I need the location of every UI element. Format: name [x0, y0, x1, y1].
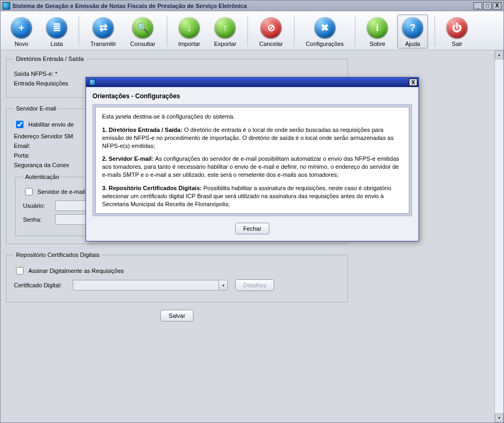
- list-icon: ≣: [46, 17, 67, 38]
- email-legend: Servidor E-mail: [14, 105, 58, 112]
- dialog-icon: [89, 79, 96, 85]
- settings-icon: ✖: [314, 17, 336, 38]
- dialog-heading: Orientações - Configurações: [86, 87, 418, 104]
- toolbar-separator: [294, 17, 294, 46]
- exportar-label: Exportar: [214, 41, 237, 47]
- dialog-section-3: 3. Repositório Certificados Digitais: Po…: [102, 184, 402, 208]
- sobre-label: Sobre: [369, 41, 385, 47]
- novo-button[interactable]: + Novo: [6, 14, 37, 49]
- configuracoes-button[interactable]: ✖ Configurações: [301, 14, 348, 49]
- dialog-intro: Esta janela destina-se à configurações d…: [102, 113, 402, 121]
- dialog-body-frame: Esta janela destina-se à configurações d…: [92, 104, 412, 216]
- endereco-label: Endereço Servidor SM: [14, 133, 94, 139]
- dialog-titlebar: X: [86, 77, 418, 87]
- app-icon: [3, 2, 10, 10]
- dialog-body: Esta janela destina-se à configurações d…: [95, 107, 409, 214]
- scroll-up-button[interactable]: ▴: [495, 50, 503, 59]
- vertical-scrollbar[interactable]: ▴ ▾: [494, 50, 503, 422]
- detalhes-button[interactable]: Detalhes: [235, 279, 274, 291]
- ajuda-label: Ajuda: [405, 41, 420, 47]
- toolbar-separator: [79, 17, 79, 46]
- assinar-label: Assinar Digitalmente as Requisições: [28, 268, 124, 274]
- fechar-button[interactable]: Fechar: [235, 223, 269, 234]
- scroll-track[interactable]: [495, 59, 503, 413]
- porta-label: Porta:: [14, 152, 94, 159]
- transmitir-button[interactable]: ⇄ Transmitir: [86, 14, 121, 49]
- email-label: Email:: [14, 143, 94, 149]
- sair-label: Sair: [452, 41, 462, 47]
- power-icon: ⏻: [446, 17, 468, 38]
- dialog-section-2: 2. Servidor E-mail: As configurações do …: [102, 155, 402, 179]
- auth-legend: Autenticação: [23, 174, 61, 180]
- transmit-icon: ⇄: [92, 17, 114, 38]
- cert-group: Repositório Certificados Digitais Assina…: [6, 252, 348, 302]
- exportar-button[interactable]: ↑ Exportar: [210, 14, 242, 49]
- usuario-label: Usuário:: [23, 202, 55, 209]
- maximize-button[interactable]: □: [483, 2, 492, 10]
- cancel-icon: ⊘: [260, 17, 282, 38]
- search-icon: 🔍: [132, 17, 153, 38]
- transmitir-label: Transmitir: [90, 41, 116, 47]
- toolbar-separator: [435, 17, 435, 46]
- cert-legend: Repositório Certificados Digitais: [14, 252, 102, 258]
- toolbar: + Novo ≣ Lista ⇄ Transmitir 🔍 Consultar …: [1, 11, 503, 50]
- lista-button[interactable]: ≣ Lista: [41, 14, 72, 49]
- lista-label: Lista: [50, 41, 63, 47]
- window-title: Sistema de Geração e Emissão de Notas Fi…: [12, 3, 247, 9]
- minimize-button[interactable]: _: [474, 2, 482, 10]
- cancelar-button[interactable]: ⊘ Cancelar: [254, 14, 288, 49]
- help-icon: ?: [402, 17, 423, 38]
- directories-legend: Diretórios Entrada / Saída: [14, 56, 86, 62]
- close-button[interactable]: X: [493, 2, 501, 10]
- assinar-check-input[interactable]: [16, 267, 24, 275]
- ajuda-button[interactable]: ? Ajuda: [397, 14, 428, 49]
- dialog-section-1: 1. Diretórios Entrada / Saída: O diretór…: [102, 126, 402, 150]
- importar-button[interactable]: ↓ Importar: [174, 14, 205, 49]
- senha-label: Senha:: [23, 216, 55, 223]
- info-icon: i: [367, 17, 388, 38]
- scroll-down-button[interactable]: ▾: [495, 413, 503, 422]
- certificado-label: Certificado Digital:: [14, 282, 73, 288]
- new-icon: +: [11, 17, 32, 38]
- importar-label: Importar: [179, 41, 200, 47]
- dialog-footer: Fechar: [86, 216, 418, 241]
- toolbar-separator: [247, 17, 248, 46]
- certificado-combo[interactable]: ▾: [73, 280, 228, 291]
- toolbar-separator: [167, 17, 167, 46]
- help-dialog: X Orientações - Configurações Esta janel…: [86, 77, 419, 241]
- titlebar: Sistema de Geração e Emissão de Notas Fi…: [1, 1, 503, 11]
- sair-button[interactable]: ⏻ Sair: [441, 14, 472, 49]
- novo-label: Novo: [14, 41, 28, 47]
- entrada-label: Entrada Requisições: [14, 80, 94, 87]
- seguranca-label: Segurança da Conex: [14, 162, 94, 168]
- cancelar-label: Cancelar: [259, 41, 283, 47]
- habilitar-label: Habilitar envio de: [28, 121, 74, 128]
- consultar-button[interactable]: 🔍 Consultar: [125, 14, 160, 49]
- sobre-button[interactable]: i Sobre: [362, 14, 393, 49]
- import-icon: ↓: [179, 17, 200, 38]
- saida-label: Saída NFPS-e: *: [14, 70, 94, 77]
- consultar-label: Consultar: [130, 41, 155, 47]
- chevron-down-icon[interactable]: ▾: [219, 280, 227, 290]
- dialog-close-button[interactable]: X: [409, 79, 417, 86]
- habilitar-check-input[interactable]: [16, 121, 24, 128]
- auth-check-input[interactable]: [25, 188, 33, 195]
- assinar-checkbox[interactable]: Assinar Digitalmente as Requisições: [14, 265, 340, 276]
- salvar-button[interactable]: Salvar: [160, 310, 193, 322]
- configuracoes-label: Configurações: [306, 41, 344, 47]
- toolbar-separator: [355, 17, 355, 46]
- export-icon: ↑: [214, 17, 236, 38]
